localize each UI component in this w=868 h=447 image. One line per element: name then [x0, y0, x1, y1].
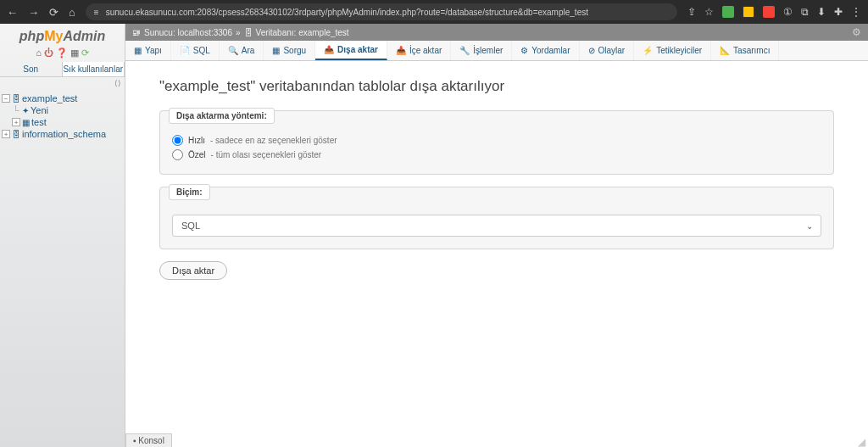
format-fieldset: Biçim: SQL ⌄: [159, 187, 834, 249]
search-icon: 🔍: [228, 46, 238, 55]
extension-green-icon[interactable]: [722, 6, 734, 18]
tab-search[interactable]: 🔍Ara: [220, 41, 264, 60]
extension-red-icon[interactable]: [763, 6, 775, 18]
radio-custom[interactable]: Özel - tüm olası seçenekleri göster: [172, 148, 821, 162]
sql-small-icon[interactable]: ▦: [70, 47, 79, 59]
resize-handle-icon[interactable]: ◢: [858, 437, 868, 447]
database-icon: 🗄: [12, 94, 20, 103]
database-tree: − 🗄 example_test └ ✦ Yeni + ▦ test + 🗄 i…: [0, 89, 125, 447]
tab-operations[interactable]: 🔧İşlemler: [451, 41, 512, 60]
tab-recent[interactable]: Son: [0, 62, 63, 76]
tree-branch-icon: └: [12, 105, 20, 115]
phpmyadmin-logo[interactable]: phpMyAdmin: [0, 24, 125, 46]
sql-icon: 📄: [180, 46, 190, 55]
tab-import[interactable]: 📥İçe aktar: [387, 41, 451, 60]
gear-icon[interactable]: ⚙: [852, 26, 861, 38]
plus-icon[interactable]: ✚: [834, 6, 843, 18]
sidebar-tabs: Son Sık kullanılanlar: [0, 62, 125, 77]
download-icon[interactable]: ⬇: [817, 6, 826, 18]
database-icon: 🗄: [12, 130, 20, 139]
breadcrumb-database[interactable]: Veritabanı: example_test: [256, 28, 349, 37]
radio-quick[interactable]: Hızlı - sadece en az seçenekleri göster: [172, 133, 821, 148]
notification-badge[interactable]: ①: [783, 6, 793, 18]
back-icon[interactable]: ←: [7, 6, 18, 19]
main-panel: 🖳 Sunucu: localhost:3306 » 🗄 Veritabanı:…: [125, 24, 868, 447]
tab-export[interactable]: 📤Dışa aktar: [315, 41, 387, 60]
new-icon: ✦: [22, 106, 29, 115]
operations-icon: 🔧: [459, 46, 470, 55]
reload-small-icon[interactable]: ⟳: [81, 47, 89, 59]
home-small-icon[interactable]: ⌂: [36, 47, 42, 59]
radio-custom-input[interactable]: [172, 149, 183, 160]
import-icon: 📥: [396, 46, 406, 55]
tab-favorites[interactable]: Sık kullanılanlar: [63, 62, 125, 76]
docs-icon[interactable]: ❓: [56, 47, 68, 59]
tree-toggle-icon[interactable]: +: [2, 130, 10, 138]
share-icon[interactable]: ⇪: [687, 6, 696, 18]
tree-table-test[interactable]: + ▦ test: [2, 116, 123, 128]
browser-extensions: ⇪ ☆ ① ⧉ ⬇ ✚ ⋮: [687, 6, 861, 18]
table-icon: ▦: [22, 118, 30, 127]
server-icon: 🖳: [132, 28, 141, 37]
query-icon: ▦: [272, 46, 280, 55]
url-bar[interactable]: ≡ sunucu.ekasunucu.com:2083/cpsess268343…: [86, 3, 677, 20]
tab-routines[interactable]: ⚙Yordamlar: [512, 41, 579, 60]
forward-icon[interactable]: →: [28, 6, 39, 19]
format-legend: Biçim:: [169, 184, 210, 200]
console-tab[interactable]: ▪ Konsol: [125, 433, 172, 447]
designer-icon: 📐: [720, 46, 730, 55]
content-area: "example_test" veritabanından tablolar d…: [125, 61, 868, 297]
page-title: "example_test" veritabanından tablolar d…: [159, 78, 834, 95]
tab-designer[interactable]: 📐Tasarımcı: [711, 41, 779, 60]
extensions-icon[interactable]: ⧉: [801, 6, 809, 18]
tree-db-information-schema[interactable]: + 🗄 information_schema: [2, 128, 123, 140]
sidebar: phpMyAdmin ⌂ ⏻ ❓ ▦ ⟳ Son Sık kullanılanl…: [0, 24, 125, 447]
logout-icon[interactable]: ⏻: [44, 47, 53, 59]
export-method-fieldset: Dışa aktarma yöntemi: Hızlı - sadece en …: [159, 110, 834, 175]
tab-events[interactable]: ⊘Olaylar: [580, 41, 635, 60]
tab-query[interactable]: ▦Sorgu: [264, 41, 315, 60]
menu-icon[interactable]: ⋮: [851, 6, 861, 18]
tree-toggle-icon[interactable]: +: [12, 118, 20, 126]
structure-icon: ▦: [134, 46, 142, 55]
top-tabs: ▦Yapı 📄SQL 🔍Ara ▦Sorgu 📤Dışa aktar 📥İçe …: [125, 41, 868, 61]
extension-yellow-icon[interactable]: [743, 6, 754, 18]
tree-toggle-icon[interactable]: −: [2, 94, 10, 103]
triggers-icon: ⚡: [643, 46, 653, 55]
url-text: sunucu.ekasunucu.com:2083/cpsess26834301…: [106, 8, 588, 17]
browser-chrome: ← → ⟳ ⌂ ≡ sunucu.ekasunucu.com:2083/cpse…: [0, 0, 868, 24]
database-icon: 🗄: [244, 28, 253, 37]
tree-db-example-test[interactable]: − 🗄 example_test: [2, 92, 123, 104]
export-icon: 📤: [324, 45, 334, 54]
radio-quick-input[interactable]: [172, 135, 183, 146]
format-select[interactable]: SQL: [172, 215, 821, 237]
console-icon: ▪: [133, 436, 136, 445]
browser-nav: ← → ⟳ ⌂: [7, 6, 75, 19]
export-button[interactable]: Dışa aktar: [159, 261, 227, 280]
tab-triggers[interactable]: ⚡Tetikleyiciler: [634, 41, 711, 60]
sidebar-quick-icons: ⌂ ⏻ ❓ ▦ ⟳: [0, 46, 125, 62]
routines-icon: ⚙: [520, 46, 528, 55]
home-icon[interactable]: ⌂: [69, 6, 75, 19]
tab-sql[interactable]: 📄SQL: [171, 41, 220, 60]
star-icon[interactable]: ☆: [704, 6, 714, 18]
breadcrumb: 🖳 Sunucu: localhost:3306 » 🗄 Veritabanı:…: [125, 24, 868, 41]
reload-icon[interactable]: ⟳: [49, 6, 58, 19]
site-lock-icon: ≡: [94, 8, 99, 17]
tree-new-table[interactable]: └ ✦ Yeni: [2, 104, 123, 116]
sidebar-collapse[interactable]: ⟨⟩: [0, 77, 125, 89]
export-method-legend: Dışa aktarma yöntemi:: [169, 108, 275, 124]
events-icon: ⊘: [588, 46, 595, 55]
breadcrumb-server[interactable]: Sunucu: localhost:3306: [144, 28, 232, 37]
app-layout: phpMyAdmin ⌂ ⏻ ❓ ▦ ⟳ Son Sık kullanılanl…: [0, 24, 868, 447]
tab-structure[interactable]: ▦Yapı: [125, 41, 171, 60]
